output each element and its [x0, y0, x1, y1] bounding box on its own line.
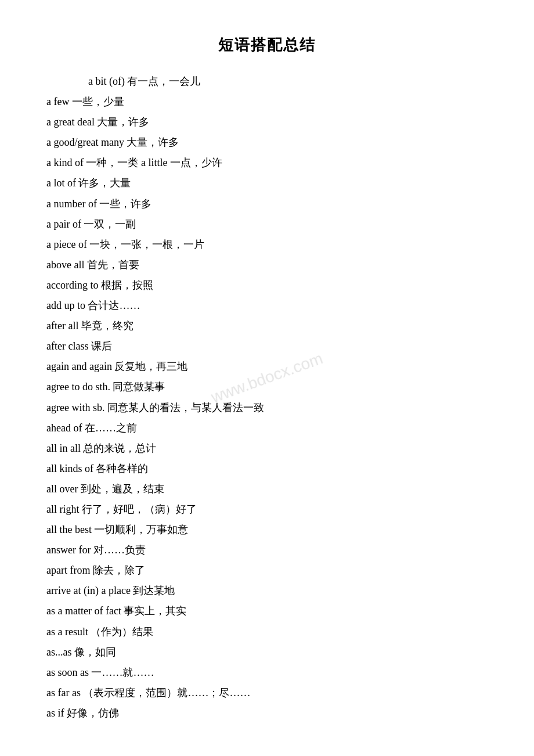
list-item: as...as 像，如同: [46, 642, 488, 663]
phrase-text: a few 一些，少量: [46, 96, 124, 107]
phrase-text: as if 好像，仿佛: [46, 707, 119, 719]
phrase-text: a lot of 许多，大量: [46, 177, 131, 189]
phrase-text: a good/great many 大量，许多: [46, 136, 179, 148]
phrase-text: all kinds of 各种各样的: [46, 463, 149, 474]
list-item: a pair of 一双，一副: [46, 214, 488, 235]
list-item: answer for 对……负责: [46, 540, 488, 560]
phrase-text: as soon as 一……就……: [46, 667, 154, 678]
list-item: agree to do sth. 同意做某事: [46, 377, 488, 397]
phrase-text: after class 课后: [46, 340, 112, 352]
phrase-text: arrive at (in) a place 到达某地: [46, 585, 175, 596]
list-item: a bit (of) 有一点，一会儿: [46, 71, 488, 92]
list-item: again and again 反复地，再三地: [46, 357, 488, 377]
list-item: all kinds of 各种各样的: [46, 459, 488, 479]
list-item: a piece of 一块，一张，一根，一片: [46, 235, 488, 255]
list-item: as far as （表示程度，范围）就……；尽……: [46, 683, 488, 703]
phrase-text: all the best 一切顺利，万事如意: [46, 524, 188, 535]
phrase-text: add up to 合计达……: [46, 300, 140, 311]
list-item: a kind of 一种，一类 a little 一点，少许: [46, 153, 488, 173]
list-item: above all 首先，首要: [46, 255, 488, 275]
phrase-text: as a matter of fact 事实上，其实: [46, 605, 186, 617]
list-item: all the best 一切顺利，万事如意: [46, 520, 488, 540]
phrase-text: all right 行了，好吧，（病）好了: [46, 503, 197, 515]
phrase-text: above all 首先，首要: [46, 259, 139, 271]
phrase-text: apart from 除去，除了: [46, 564, 145, 576]
list-item: a great deal 大量，许多: [46, 112, 488, 132]
list-item: agree with sb. 同意某人的看法，与某人看法一致: [46, 398, 488, 418]
phrase-text: all over 到处，遍及，结束: [46, 483, 164, 495]
phrase-text: again and again 反复地，再三地: [46, 361, 187, 372]
phrase-text: a pair of 一双，一副: [46, 218, 136, 230]
phrase-text: agree to do sth. 同意做某事: [46, 381, 165, 393]
list-item: a lot of 许多，大量: [46, 173, 488, 193]
phrase-text: as a result （作为）结果: [46, 626, 153, 638]
phrase-text: agree with sb. 同意某人的看法，与某人看法一致: [46, 402, 264, 413]
list-item: all over 到处，遍及，结束: [46, 479, 488, 499]
phrase-text: as far as （表示程度，范围）就……；尽……: [46, 687, 250, 699]
phrase-text: a kind of 一种，一类 a little 一点，少许: [46, 157, 222, 168]
list-item: all in all 总的来说，总计: [46, 438, 488, 459]
list-item: according to 根据，按照: [46, 275, 488, 296]
list-item: as a result （作为）结果: [46, 622, 488, 642]
list-item: arrive at (in) a place 到达某地: [46, 581, 488, 601]
phrase-list: a bit (of) 有一点，一会儿a few 一些，少量a great dea…: [46, 71, 488, 723]
list-item: after class 课后: [46, 336, 488, 357]
phrase-text: as...as 像，如同: [46, 646, 116, 658]
page-title: 短语搭配总结: [46, 35, 488, 55]
phrase-text: a piece of 一块，一张，一根，一片: [46, 239, 204, 250]
list-item: as soon as 一……就……: [46, 663, 488, 683]
phrase-text: answer for 对……负责: [46, 544, 146, 556]
list-item: apart from 除去，除了: [46, 560, 488, 581]
phrase-text: all in all 总的来说，总计: [46, 442, 156, 454]
phrase-text: a number of 一些，许多: [46, 198, 151, 210]
list-item: after all 毕竟，终究: [46, 316, 488, 336]
phrase-text: according to 根据，按照: [46, 279, 153, 291]
list-item: ahead of 在……之前: [46, 418, 488, 438]
phrase-text: ahead of 在……之前: [46, 422, 137, 434]
phrase-text: a great deal 大量，许多: [46, 116, 149, 128]
list-item: as a matter of fact 事实上，其实: [46, 601, 488, 621]
list-item: as if 好像，仿佛: [46, 703, 488, 723]
list-item: add up to 合计达……: [46, 296, 488, 316]
list-item: all right 行了，好吧，（病）好了: [46, 499, 488, 520]
phrase-text: after all 毕竟，终究: [46, 320, 134, 332]
phrase-text: a bit (of) 有一点，一会儿: [88, 75, 200, 87]
list-item: a good/great many 大量，许多: [46, 132, 488, 153]
list-item: a number of 一些，许多: [46, 194, 488, 214]
list-item: a few 一些，少量: [46, 92, 488, 112]
